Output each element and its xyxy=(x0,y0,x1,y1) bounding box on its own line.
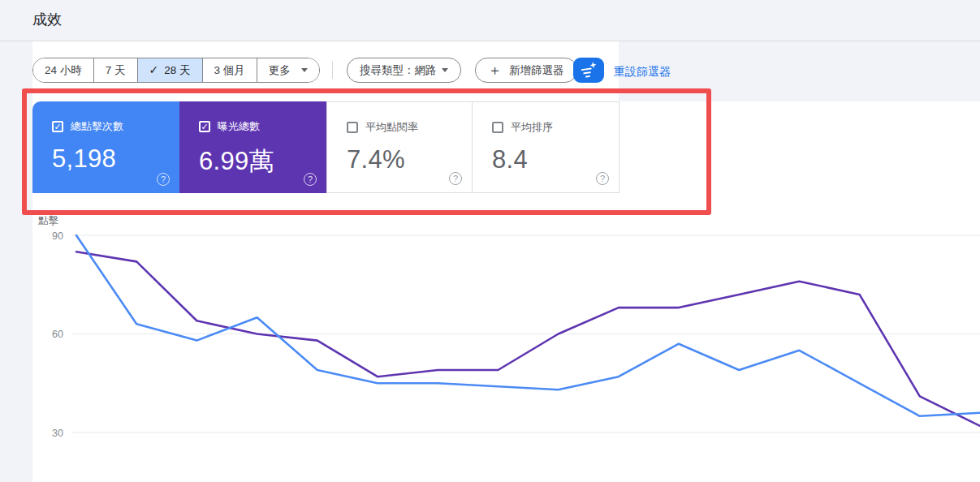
date-range-7d[interactable]: 7 天 xyxy=(93,58,137,82)
metric-card-head: 平均點閱率 xyxy=(347,120,459,135)
chevron-down-icon xyxy=(301,68,308,72)
search-type-chip[interactable]: 搜尋類型：網路 xyxy=(347,58,461,83)
clicks-impressions-chart[interactable]: 906030點擊 xyxy=(32,203,980,482)
filter-settings-button[interactable] xyxy=(573,58,604,83)
metric-label: 平均排序 xyxy=(511,120,553,135)
metric-card-position[interactable]: 平均排序 8.4 ? xyxy=(473,101,620,193)
metric-value: 6.99萬 xyxy=(199,144,313,179)
date-range-7d-label: 7 天 xyxy=(106,63,126,78)
add-filter-chip[interactable]: ＋ 新增篩選器 xyxy=(475,58,577,83)
metric-card-head: ✓ 曝光總數 xyxy=(199,119,313,134)
date-range-more-label: 更多 xyxy=(269,63,291,78)
checkbox-checked-icon[interactable]: ✓ xyxy=(199,121,210,132)
checkbox-checked-icon[interactable]: ✓ xyxy=(52,121,63,132)
metric-label: 總點擊次數 xyxy=(71,119,123,134)
search-type-label: 搜尋類型：網路 xyxy=(360,63,437,78)
metric-label: 平均點閱率 xyxy=(365,120,418,135)
help-icon[interactable]: ? xyxy=(157,173,170,186)
toolbar-separator xyxy=(332,62,333,79)
metric-card-impressions[interactable]: ✓ 曝光總數 6.99萬 ? xyxy=(179,101,326,193)
filter-sparkle-icon xyxy=(578,60,600,80)
metric-card-head: 平均排序 xyxy=(492,120,606,135)
checkmark-icon: ✓ xyxy=(149,63,159,76)
svg-text:90: 90 xyxy=(52,230,63,242)
date-range-3m-label: 3 個月 xyxy=(214,63,245,78)
date-range-3m[interactable]: 3 個月 xyxy=(202,58,257,82)
metric-value: 5,198 xyxy=(52,144,166,174)
help-icon[interactable]: ? xyxy=(596,172,609,185)
date-range-24h[interactable]: 24 小時 xyxy=(33,58,93,82)
performance-page: 成效 24 小時 7 天 ✓ 28 天 3 個月 更多 搜尋類型：網路 ＋ 新增… xyxy=(0,0,980,482)
metric-card-clicks[interactable]: ✓ 總點擊次數 5,198 ? xyxy=(32,101,179,193)
chevron-down-icon xyxy=(442,68,448,72)
svg-text:點擊: 點擊 xyxy=(38,215,59,226)
page-title: 成效 xyxy=(32,10,62,29)
plus-icon: ＋ xyxy=(488,61,502,80)
metric-value: 8.4 xyxy=(492,145,606,174)
metric-label: 曝光總數 xyxy=(218,119,260,134)
metric-value: 7.4% xyxy=(347,145,459,174)
checkbox-icon[interactable] xyxy=(492,122,503,133)
metric-card-ctr[interactable]: 平均點閱率 7.4% ? xyxy=(326,101,473,193)
add-filter-label: 新增篩選器 xyxy=(509,63,564,78)
date-range-28d-label: 28 天 xyxy=(164,63,190,78)
svg-text:30: 30 xyxy=(52,428,63,439)
checkbox-icon[interactable] xyxy=(347,122,358,133)
metric-card-head: ✓ 總點擊次數 xyxy=(52,119,166,134)
help-icon[interactable]: ? xyxy=(449,172,462,185)
date-range-24h-label: 24 小時 xyxy=(45,63,82,78)
performance-chart-svg[interactable]: 906030點擊 xyxy=(32,203,980,482)
date-range-28d[interactable]: ✓ 28 天 xyxy=(137,58,202,82)
date-range-filter: 24 小時 7 天 ✓ 28 天 3 個月 更多 xyxy=(32,58,320,83)
date-range-more[interactable]: 更多 xyxy=(257,58,319,82)
svg-text:60: 60 xyxy=(52,329,63,340)
help-icon[interactable]: ? xyxy=(304,173,317,186)
reset-filters-link[interactable]: 重設篩選器 xyxy=(614,65,671,80)
